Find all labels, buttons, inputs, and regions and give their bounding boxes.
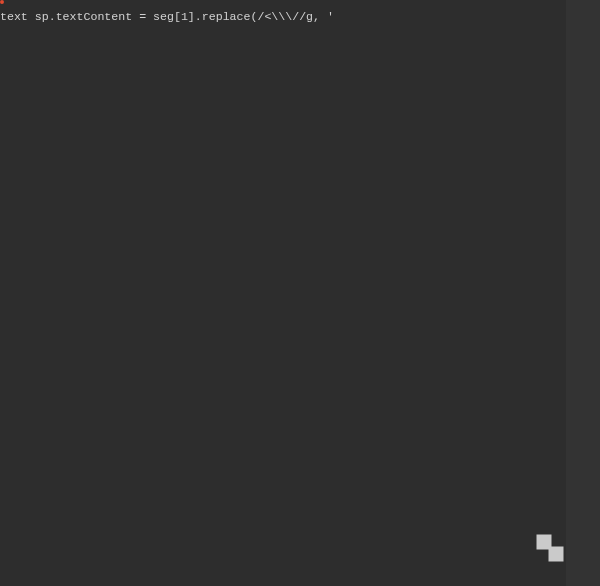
watermark-icon (532, 530, 568, 566)
minimap[interactable] (566, 0, 600, 586)
code-editor[interactable] (0, 0, 600, 8)
